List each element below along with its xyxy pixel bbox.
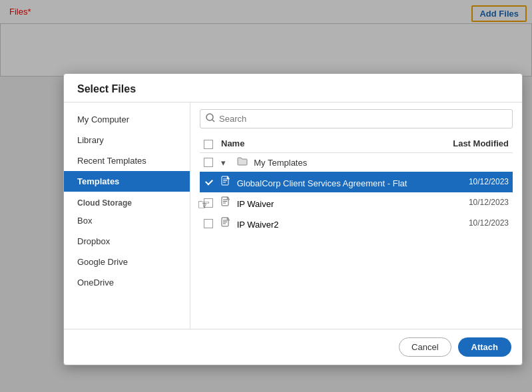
last-modified-column-header: Last Modified	[439, 135, 513, 152]
svg-point-0	[206, 114, 213, 120]
file2-name: IP Waiver	[237, 199, 274, 209]
file3-name-cell: IP Waiver2	[217, 213, 439, 234]
folder-name: My Templates	[254, 158, 307, 168]
cancel-button[interactable]: Cancel	[399, 337, 451, 357]
folder-checkbox-cell	[200, 152, 217, 172]
file1-name: GlobalCorp Client Services Agreement - F…	[237, 178, 407, 188]
sidebar-item-library[interactable]: Library	[64, 130, 190, 150]
sidebar-item-templates[interactable]: Templates	[64, 171, 190, 192]
search-input[interactable]	[219, 114, 507, 124]
folder-icon	[237, 157, 248, 166]
modal-title: Select Files	[64, 74, 522, 102]
table-row[interactable]: IP Waiver 10/12/2023	[200, 192, 513, 213]
modal-body: My Computer Library Recent Templates Tem…	[64, 102, 522, 329]
name-column-header: Name	[217, 135, 439, 152]
file1-date: 10/12/2023	[439, 172, 513, 192]
file2-date: 10/12/2023	[439, 192, 513, 213]
file-icon	[221, 176, 230, 186]
folder-checkbox[interactable]	[204, 158, 213, 167]
file-icon	[221, 196, 230, 207]
sidebar-item-my-computer[interactable]: My Computer	[64, 109, 190, 130]
sidebar-item-box[interactable]: Box	[64, 210, 190, 231]
file1-checkbox[interactable]	[204, 178, 213, 187]
svg-line-1	[212, 120, 214, 122]
folder-date-cell	[439, 152, 513, 172]
sidebar: My Computer Library Recent Templates Tem…	[64, 102, 190, 329]
folder-name-cell: ▾ My Templates	[217, 152, 439, 172]
sidebar-item-onedrive[interactable]: OneDrive	[64, 272, 190, 293]
search-icon	[206, 113, 215, 124]
header-checkbox-cell	[200, 135, 217, 152]
file3-name: IP Waiver2	[237, 220, 279, 230]
file-table: Name Last Modified ▾	[200, 135, 513, 234]
expand-toggle-icon[interactable]: ▾	[221, 158, 232, 168]
file2-checkbox-cell	[200, 192, 217, 213]
content-area: Name Last Modified ▾	[190, 102, 522, 329]
file1-checkbox-cell	[200, 172, 217, 192]
sidebar-item-recent-templates[interactable]: Recent Templates	[64, 150, 190, 171]
table-row[interactable]: IP Waiver2 10/12/2023	[200, 213, 513, 234]
file2-name-cell: IP Waiver	[217, 192, 439, 213]
file2-checkbox[interactable]	[204, 198, 213, 208]
select-files-modal: Select Files My Computer Library Recent …	[63, 73, 523, 365]
sidebar-item-dropbox[interactable]: Dropbox	[64, 231, 190, 252]
file-icon	[221, 217, 230, 228]
file3-checkbox-cell	[200, 213, 217, 234]
folder-row[interactable]: ▾ My Templates	[200, 152, 513, 172]
sidebar-item-google-drive[interactable]: Google Drive	[64, 252, 190, 272]
file3-checkbox[interactable]	[204, 219, 213, 228]
attach-button[interactable]: Attach	[458, 337, 511, 357]
select-all-checkbox[interactable]	[204, 140, 213, 149]
modal-footer: Cancel Attach	[64, 329, 522, 365]
cloud-storage-section-label: Cloud Storage	[64, 192, 190, 210]
file1-name-cell: GlobalCorp Client Services Agreement - F…	[217, 172, 439, 192]
file3-date: 10/12/2023	[439, 213, 513, 234]
search-bar[interactable]	[200, 109, 513, 128]
table-row[interactable]: GlobalCorp Client Services Agreement - F…	[200, 172, 513, 192]
